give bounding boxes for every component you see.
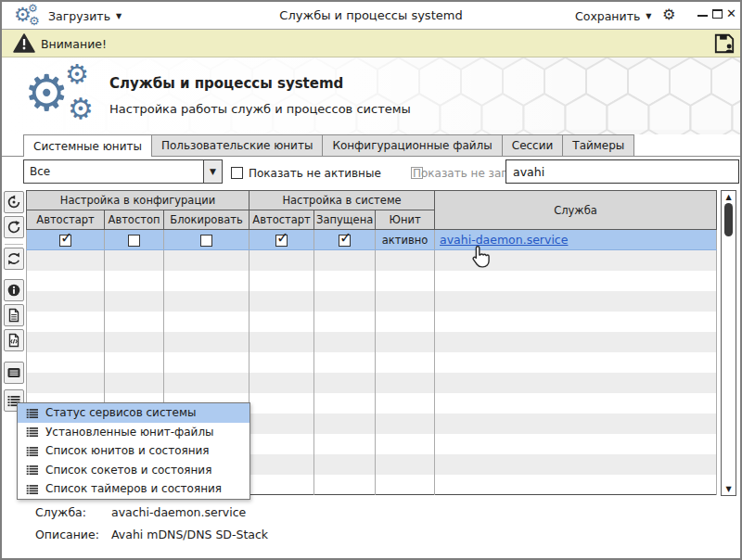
detail-service-value: avachi-daemon.service xyxy=(111,505,246,519)
scrollbar-thumb[interactable] xyxy=(724,203,733,236)
chevron-down-icon: ▼ xyxy=(116,12,122,20)
log-view-button[interactable] xyxy=(4,362,24,384)
save-menu-label: Сохранить xyxy=(575,9,640,23)
banner-subtitle: Настройка работы служб и процессов систе… xyxy=(109,102,411,116)
window-title: Службы и процессы systemd xyxy=(141,8,601,22)
reload-button[interactable] xyxy=(4,216,24,238)
minimize-button[interactable] xyxy=(697,15,708,17)
block-config-checkbox[interactable] xyxy=(200,235,212,247)
scroll-up-icon[interactable]: ▲ xyxy=(722,193,736,201)
table-row-empty xyxy=(27,373,717,393)
file-icon xyxy=(6,308,21,323)
group-header-system: Настройка в системе xyxy=(249,191,435,210)
list-icon xyxy=(25,464,38,476)
combobox-arrow-button[interactable]: ▼ xyxy=(203,160,222,183)
menu-item-sockets-and-states[interactable]: Список сокетов и состояния xyxy=(18,461,249,480)
load-menu-button[interactable]: Загрузить ▼ xyxy=(48,2,122,30)
info-button[interactable] xyxy=(4,279,24,301)
menu-item-units-and-states[interactable]: Список юнитов и состояния xyxy=(18,441,249,461)
detail-description-value: Avahi mDNS/DNS SD-Stack xyxy=(111,528,268,541)
tab-timers[interactable]: Таймеры xyxy=(562,134,634,156)
app-window: ⚙ ⚙ ⚙ Загрузить ▼ Службы и процессы syst… xyxy=(0,0,742,560)
tab-user-units[interactable]: Пользовательские юниты xyxy=(151,134,323,156)
table-row-empty xyxy=(27,250,717,271)
hexagon-pattern xyxy=(2,57,740,134)
list-icon xyxy=(25,407,38,419)
info-icon xyxy=(6,283,21,298)
menu-item-installed-unit-files[interactable]: Установленные юнит-файлы xyxy=(18,423,249,442)
history-button[interactable] xyxy=(4,191,24,213)
service-link[interactable]: avahi-daemon.service xyxy=(440,233,568,247)
banner-title: Службы и процессы systemd xyxy=(109,75,343,92)
table-row-empty xyxy=(27,312,717,332)
table-scrollbar[interactable]: ▲ ▼ xyxy=(721,190,736,496)
table-row-selected[interactable]: активно avahi-daemon.service xyxy=(27,230,717,250)
settings-gear-icon[interactable]: ⚙ xyxy=(662,7,675,22)
menu-item-timers-and-states[interactable]: Список таймеров и состояния xyxy=(18,479,249,499)
warning-label: Внимание! xyxy=(41,37,107,51)
tab-config-files[interactable]: Конфигурационные файлы xyxy=(322,134,502,156)
running-system-checkbox[interactable] xyxy=(339,235,351,247)
sync-icon xyxy=(6,251,21,266)
toolbar-separator xyxy=(5,244,23,245)
column-header-autostop-config: Автостоп xyxy=(105,210,164,230)
edit-source-button[interactable] xyxy=(4,329,24,351)
list-icon xyxy=(25,445,38,457)
warning-triangle-icon xyxy=(13,33,35,53)
category-value: Все xyxy=(24,160,203,183)
tab-bar: Системные юниты Пользовательские юниты К… xyxy=(2,134,740,157)
column-header-service: Служба xyxy=(435,191,717,230)
banner: ⚙ ⚙ ⚙ Службы и процессы systemd Настройк… xyxy=(2,57,740,134)
hand-cursor-icon xyxy=(470,245,491,269)
unit-state-cell: активно xyxy=(376,230,435,250)
autostart-system-checkbox[interactable] xyxy=(275,235,288,247)
column-header-autostart-config: Автостарт xyxy=(27,210,105,230)
table-row-empty xyxy=(27,271,717,291)
category-combobox[interactable]: Все ▼ xyxy=(23,159,223,184)
group-header-config: Настройка в конфигурации xyxy=(27,191,249,210)
unit-file-button[interactable] xyxy=(4,304,24,326)
chevron-down-icon: ▼ xyxy=(646,12,651,20)
autostop-config-checkbox[interactable] xyxy=(128,235,140,247)
save-menu-button[interactable]: Сохранить ▼ xyxy=(575,2,651,30)
scroll-down-icon[interactable]: ▼ xyxy=(722,485,736,493)
lists-dropdown-menu: Статус сервисов системы Установленные юн… xyxy=(17,402,250,500)
menu-item-service-status[interactable]: Статус сервисов системы xyxy=(18,403,249,423)
detail-description-label: Описание: xyxy=(35,528,99,541)
logo-gears-icon: ⚙ ⚙ ⚙ xyxy=(24,61,104,132)
column-header-block: Блокировать xyxy=(164,210,249,230)
reload-icon xyxy=(6,220,21,235)
autostart-config-checkbox[interactable] xyxy=(59,235,71,247)
history-icon xyxy=(6,195,21,210)
maximize-button[interactable] xyxy=(712,9,723,19)
column-header-unit: Юнит xyxy=(376,210,435,230)
column-header-autostart-system: Автостарт xyxy=(249,210,314,230)
save-user-icon[interactable] xyxy=(712,32,736,56)
list-icon xyxy=(25,426,38,438)
table-row-empty xyxy=(27,332,717,352)
table-row-empty xyxy=(27,291,717,312)
detail-service-label: Служба: xyxy=(35,505,86,519)
tab-sessions[interactable]: Сессии xyxy=(502,134,564,156)
show-inactive-label: Показать не активные xyxy=(249,167,381,180)
close-button[interactable]: ✕ xyxy=(726,7,736,19)
app-gears-icon: ⚙ ⚙ ⚙ xyxy=(14,3,44,29)
tab-system-units[interactable]: Системные юниты xyxy=(23,134,152,157)
load-menu-label: Загрузить xyxy=(48,9,110,23)
table-row-empty xyxy=(27,352,717,373)
table-group-header-row: Настройка в конфигурации Настройка в сис… xyxy=(27,191,717,210)
column-header-running: Запущена xyxy=(314,210,376,230)
log-icon xyxy=(6,365,21,380)
warning-bar: Внимание! xyxy=(2,30,740,57)
refresh-all-button[interactable] xyxy=(4,248,24,270)
title-bar: ⚙ ⚙ ⚙ Загрузить ▼ Службы и процессы syst… xyxy=(2,2,740,30)
show-inactive-checkbox[interactable] xyxy=(231,167,243,179)
search-input[interactable] xyxy=(505,159,739,184)
file-code-icon xyxy=(6,333,21,348)
list-icon xyxy=(25,483,38,495)
